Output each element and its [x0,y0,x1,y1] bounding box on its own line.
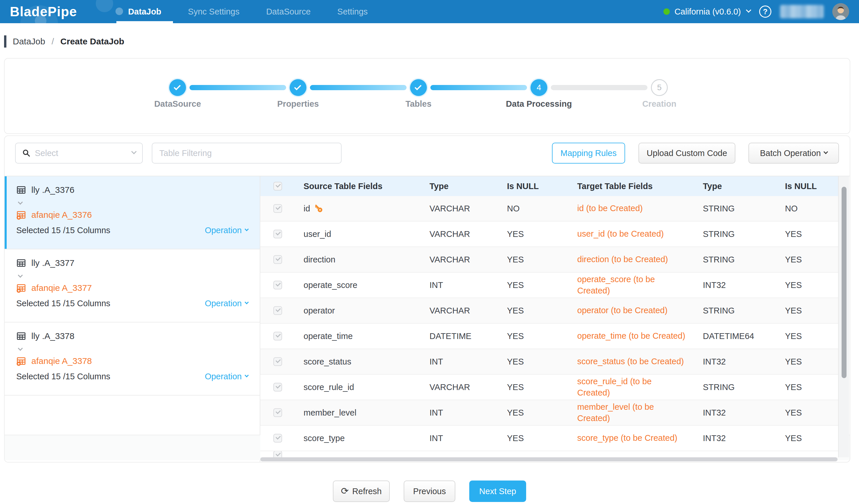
selected-columns-text: Selected 15 /15 Columns [16,299,110,308]
row-checkbox[interactable] [260,230,295,238]
avatar[interactable] [832,3,849,20]
operation-link[interactable]: Operation [205,226,248,235]
target-field-cell: operate_time (to be Created) [569,330,694,342]
environment-selector[interactable]: California (v0.6.0) [663,7,751,17]
target-table-icon [16,283,26,293]
target-table-name: afanqie A_3376 [31,210,92,220]
row-checkbox[interactable] [260,434,295,442]
selected-columns-text: Selected 15 /15 Columns [16,372,110,381]
chevron-down-icon [245,300,249,304]
source-field-cell: operate_time [295,331,421,341]
previous-button[interactable]: Previous [404,481,455,502]
table-row: direction VARCHAR YES direction (to be C… [260,247,847,272]
batch-operation-label: Batch Operation [760,148,821,158]
select-all-checkbox[interactable] [260,182,295,190]
nav-item-datasource[interactable]: DataSource [253,0,324,23]
table-mapping-item[interactable]: lly .A_3378 afanqie A_3378 [5,322,260,396]
col-target-type: Type [694,182,776,191]
source-isnull-cell: YES [498,357,569,366]
stepper-card: 4 5 DataSource Properties Tables Data Pr… [4,58,850,134]
source-isnull-cell: YES [498,331,569,341]
row-checkbox[interactable] [260,332,295,341]
nav-item-sync-settings[interactable]: Sync Settings [175,0,253,23]
nav-item-datajob[interactable]: DataJob [115,0,175,23]
step-connector [431,85,527,90]
source-table-icon [16,258,26,268]
select-dropdown[interactable]: Select [15,143,143,163]
target-type-cell: INT32 [694,408,776,418]
table-filter-input[interactable] [152,143,342,163]
target-type-cell: STRING [694,382,776,392]
col-source-table-fields: Source Table Fields [295,182,421,191]
source-table-icon [16,185,26,195]
table-row: operate_time DATETIME YES operate_time (… [260,324,847,349]
operation-label: Operation [205,299,242,308]
row-checkbox[interactable] [260,383,295,392]
target-type-cell: STRING [694,306,776,315]
operation-link[interactable]: Operation [205,372,248,381]
upload-custom-code-button[interactable]: Upload Custom Code [638,143,735,163]
table-row-partial [260,451,847,457]
chevron-down-icon[interactable] [18,347,22,352]
batch-operation-button[interactable]: Batch Operation [749,143,839,163]
source-type-cell: VARCHAR [421,306,498,315]
decor-bubble [96,0,113,12]
source-isnull-cell: YES [498,434,569,443]
wizard-actions: ⟳ Refresh Previous Next Step [0,481,859,502]
row-checkbox[interactable] [273,451,282,457]
horizontal-scrollbar[interactable] [260,457,838,461]
nav-item-settings[interactable]: Settings [324,0,381,23]
source-type-cell: INT [421,357,498,366]
next-step-button[interactable]: Next Step [469,481,526,502]
target-type-cell: STRING [694,255,776,265]
target-isnull-cell: YES [776,255,847,265]
source-field-cell: score_status [295,357,421,366]
app-logo: BladePipe [10,4,77,19]
target-field-cell: score_status (to be Created) [569,356,694,367]
username-redacted [780,5,824,18]
row-checkbox[interactable] [260,204,295,213]
breadcrumb-parent[interactable]: DataJob [13,36,45,46]
source-type-cell: INT [421,408,498,418]
row-checkbox[interactable] [260,281,295,289]
step-circle-data-processing: 4 [530,79,547,96]
source-table-name: lly .A_3377 [31,258,74,268]
step-connector [551,85,647,90]
vertical-scrollbar-thumb[interactable] [842,187,846,378]
chevron-down-icon [245,373,249,377]
page-title: Create DataJob [60,36,124,46]
step-number: 4 [537,83,541,92]
table-mapping-item[interactable]: lly .A_3377 afanqie A_3377 [5,249,260,322]
row-checkbox[interactable] [260,306,295,315]
step-circle-creation: 5 [651,79,668,96]
step-circle-tables [410,79,427,96]
target-isnull-cell: YES [776,357,847,366]
source-field-name: direction [304,255,335,265]
source-type-cell: INT [421,280,498,290]
step-label-data-processing: Data Processing [495,99,583,109]
refresh-button[interactable]: ⟳ Refresh [333,481,390,502]
target-isnull-cell: NO [776,204,847,214]
vertical-scrollbar[interactable] [838,176,849,457]
step-label-datasource: DataSource [134,99,221,109]
target-table-name: afanqie A_3378 [31,356,92,366]
environment-label: California (v0.6.0) [675,7,741,17]
source-type-cell: VARCHAR [421,255,498,265]
row-checkbox[interactable] [260,255,295,264]
chevron-down-icon[interactable] [18,274,22,279]
target-field-cell: user_id (to be Created) [569,228,694,239]
operation-link[interactable]: Operation [205,299,248,308]
source-field-name: score_status [304,357,351,366]
target-type-cell: INT32 [694,357,776,366]
primary-key-icon [314,204,323,213]
table-mapping-item[interactable]: lly .A_3376 afanqie A_3376 [5,176,260,249]
chevron-down-icon[interactable] [18,201,22,206]
status-dot-icon [663,9,670,15]
row-checkbox[interactable] [260,357,295,366]
mapping-rules-button[interactable]: Mapping Rules [552,143,625,163]
source-type-cell: VARCHAR [421,204,498,214]
step-label-creation: Creation [616,99,703,109]
row-checkbox[interactable] [260,408,295,417]
table-row: id VARCHAR NO id (to be Created) STRING … [260,196,847,222]
help-icon[interactable]: ? [759,5,771,18]
